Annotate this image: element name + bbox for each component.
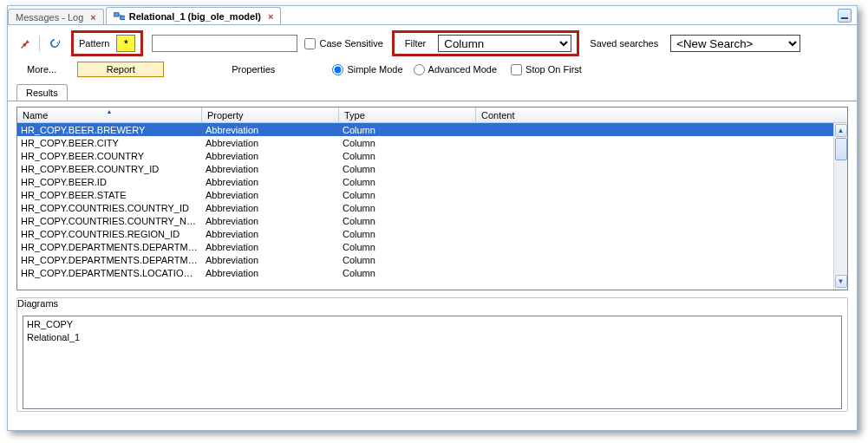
vertical-scrollbar[interactable]: ▲ ▼ xyxy=(833,123,847,290)
cell: HR_COPY.BEER.STATE xyxy=(17,190,202,200)
close-tab-icon[interactable]: × xyxy=(264,11,273,22)
table-row[interactable]: HR_COPY.BEER.CITYAbbreviationColumn xyxy=(17,136,847,149)
tab-messages-log[interactable]: Messages - Log × xyxy=(8,9,104,24)
properties-label: Properties xyxy=(232,64,275,75)
stop-on-first-label: Stop On First xyxy=(525,64,582,75)
table-row[interactable]: HR_COPY.DEPARTMENTS.LOCATION_IDAbbreviat… xyxy=(17,266,847,279)
filter-highlight: Filter Column xyxy=(392,30,579,56)
cell: Column xyxy=(339,203,476,213)
cell: Column xyxy=(339,229,476,239)
cell: HR_COPY.DEPARTMENTS.DEPARTMENT... xyxy=(17,242,202,252)
minimize-button[interactable] xyxy=(838,9,852,23)
cell: HR_COPY.BEER.COUNTRY xyxy=(17,151,202,161)
simple-mode-radio[interactable]: Simple Mode xyxy=(332,64,402,75)
cell: HR_COPY.BEER.CITY xyxy=(17,138,202,148)
search-input[interactable] xyxy=(152,35,297,52)
cell: Abbreviation xyxy=(202,229,339,239)
scroll-down-button[interactable]: ▼ xyxy=(835,275,847,288)
results-tab-label: Results xyxy=(26,88,58,98)
more-link[interactable]: More... xyxy=(27,64,56,75)
advanced-mode-input[interactable] xyxy=(414,64,425,75)
close-tab-icon[interactable]: × xyxy=(87,12,95,23)
diagrams-group: Diagrams HR_COPYRelational_1 xyxy=(16,297,848,412)
table-row[interactable]: HR_COPY.BEER.STATEAbbreviationColumn xyxy=(17,188,847,201)
cell: Column xyxy=(339,190,476,200)
cell: Abbreviation xyxy=(202,203,339,213)
table-row[interactable]: HR_COPY.BEER.COUNTRYAbbreviationColumn xyxy=(17,149,847,162)
cell: Column xyxy=(339,216,476,226)
simple-mode-label: Simple Mode xyxy=(347,64,402,75)
refresh-icon[interactable] xyxy=(47,36,62,51)
pin-icon[interactable] xyxy=(16,36,32,51)
cell: Column xyxy=(339,125,476,135)
cell: Abbreviation xyxy=(202,190,339,200)
cell: Abbreviation xyxy=(202,255,339,265)
table-header: Name Property Type Content xyxy=(17,107,847,123)
tab-label: Messages - Log xyxy=(16,12,83,23)
results-table: Name Property Type Content HR_COPY.BEER.… xyxy=(16,107,848,290)
options-toolbar: More... Report Properties Simple Mode Ad… xyxy=(8,58,857,84)
cell: HR_COPY.BEER.BREWERY xyxy=(17,125,202,135)
stop-on-first-checkbox[interactable]: Stop On First xyxy=(511,64,582,75)
cell: Column xyxy=(339,255,476,265)
list-item[interactable]: HR_COPY xyxy=(27,318,838,331)
scroll-up-button[interactable]: ▲ xyxy=(835,124,847,137)
col-property[interactable]: Property xyxy=(202,107,339,122)
filter-select[interactable]: Column xyxy=(438,35,571,52)
col-name[interactable]: Name xyxy=(17,107,202,122)
app-frame: Messages - Log × Relational_1 (big_ole_m… xyxy=(7,5,858,431)
cell: Column xyxy=(339,164,476,174)
scroll-thumb[interactable] xyxy=(835,138,847,160)
diagrams-list[interactable]: HR_COPYRelational_1 xyxy=(23,316,842,409)
report-label: Report xyxy=(107,64,135,75)
cell: Abbreviation xyxy=(202,151,339,161)
results-tab-strip: Results xyxy=(8,84,857,101)
results-tab[interactable]: Results xyxy=(16,84,68,101)
cell: Column xyxy=(339,242,476,252)
cell: Column xyxy=(339,138,476,148)
relational-tab-icon xyxy=(114,11,126,22)
simple-mode-input[interactable] xyxy=(332,64,343,75)
list-item[interactable]: Relational_1 xyxy=(27,331,838,344)
diagrams-legend: Diagrams xyxy=(17,298,58,309)
cell: Abbreviation xyxy=(202,125,339,135)
table-row[interactable]: HR_COPY.COUNTRIES.COUNTRY_NAMEAbbreviati… xyxy=(17,214,847,227)
col-type[interactable]: Type xyxy=(339,107,476,122)
tab-label: Relational_1 (big_ole_model) xyxy=(129,11,261,22)
table-row[interactable]: HR_COPY.COUNTRIES.COUNTRY_IDAbbreviation… xyxy=(17,201,847,214)
editor-tab-strip: Messages - Log × Relational_1 (big_ole_m… xyxy=(8,6,857,25)
table-row[interactable]: HR_COPY.BEER.BREWERYAbbreviationColumn xyxy=(17,123,847,136)
search-toolbar: Pattern * Case Sensitive Filter Column S… xyxy=(8,25,857,58)
cell: Abbreviation xyxy=(202,216,339,226)
case-sensitive-input[interactable] xyxy=(304,38,316,49)
separator xyxy=(39,36,40,51)
cell: Column xyxy=(339,268,476,278)
cell: HR_COPY.BEER.ID xyxy=(17,177,202,187)
tab-relational-model[interactable]: Relational_1 (big_ole_model) × xyxy=(106,7,282,24)
table-row[interactable]: HR_COPY.BEER.COUNTRY_IDAbbreviationColum… xyxy=(17,162,847,175)
table-body: HR_COPY.BEER.BREWERYAbbreviationColumnHR… xyxy=(17,123,847,279)
pattern-indicator[interactable]: * xyxy=(116,35,135,52)
table-row[interactable]: HR_COPY.DEPARTMENTS.DEPARTMENT...Abbrevi… xyxy=(17,240,847,253)
cell: Abbreviation xyxy=(202,177,339,187)
table-row[interactable]: HR_COPY.COUNTRIES.REGION_IDAbbreviationC… xyxy=(17,227,847,240)
report-button[interactable]: Report xyxy=(77,62,164,77)
svg-rect-0 xyxy=(114,12,119,16)
table-row[interactable]: HR_COPY.BEER.IDAbbreviationColumn xyxy=(17,175,847,188)
cell: Abbreviation xyxy=(202,268,339,278)
saved-searches-label: Saved searches xyxy=(590,38,658,49)
case-sensitive-checkbox[interactable]: Case Sensitive xyxy=(304,38,382,49)
table-row[interactable]: HR_COPY.DEPARTMENTS.DEPARTMENT...Abbrevi… xyxy=(17,253,847,266)
col-content[interactable]: Content xyxy=(476,107,847,122)
advanced-mode-label: Advanced Mode xyxy=(428,64,498,75)
advanced-mode-radio[interactable]: Advanced Mode xyxy=(414,64,498,75)
cell: Column xyxy=(339,151,476,161)
saved-searches-select[interactable]: <New Search> xyxy=(670,35,800,52)
cell: HR_COPY.COUNTRIES.REGION_ID xyxy=(17,229,202,239)
cell: HR_COPY.COUNTRIES.COUNTRY_ID xyxy=(17,203,202,213)
cell: HR_COPY.DEPARTMENTS.DEPARTMENT... xyxy=(17,255,202,265)
cell: HR_COPY.COUNTRIES.COUNTRY_NAME xyxy=(17,216,202,226)
stop-on-first-input[interactable] xyxy=(511,64,522,75)
cell: HR_COPY.BEER.COUNTRY_ID xyxy=(17,164,202,174)
case-sensitive-label: Case Sensitive xyxy=(319,38,382,49)
